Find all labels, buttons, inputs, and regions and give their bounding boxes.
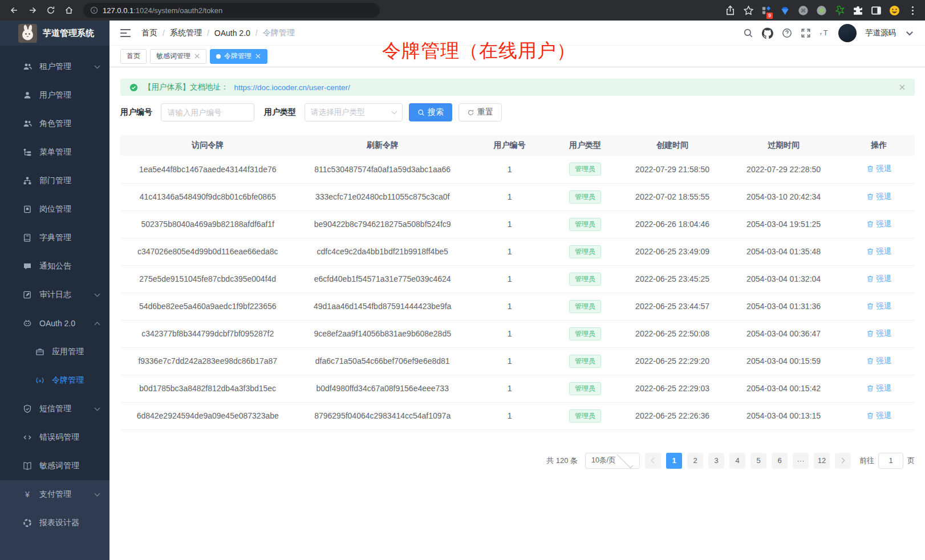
breadcrumb-item[interactable]: 系统管理 bbox=[170, 28, 202, 38]
sidebar-item-oauth2[interactable]: OAuth 2.0 bbox=[0, 309, 109, 338]
force-logout-link[interactable]: 强退 bbox=[866, 164, 891, 174]
sidebar-item-sensitive-word[interactable]: 敏感词管理 bbox=[0, 452, 109, 480]
search-button[interactable]: 搜索 bbox=[409, 103, 452, 121]
record-icon[interactable] bbox=[816, 5, 827, 16]
next-page-button[interactable] bbox=[835, 453, 851, 469]
user-type-label: 用户类型 bbox=[264, 107, 296, 117]
dots-icon[interactable] bbox=[907, 5, 918, 16]
sidebar-toggle-icon[interactable] bbox=[120, 28, 131, 38]
tab-token[interactable]: 令牌管理 bbox=[210, 49, 267, 64]
sidebar-item-label: 令牌管理 bbox=[52, 375, 84, 385]
force-logout-link[interactable]: 强退 bbox=[866, 301, 891, 311]
prev-page-button[interactable] bbox=[645, 453, 661, 469]
report-icon bbox=[23, 518, 32, 527]
token-icon: a bbox=[35, 376, 44, 385]
force-logout-link[interactable]: 强退 bbox=[866, 219, 891, 229]
reload-icon[interactable] bbox=[43, 3, 58, 18]
extensions-icon[interactable]: 9 bbox=[761, 5, 772, 16]
sidebar-item-report-designer[interactable]: 报表设计器 bbox=[0, 509, 109, 537]
user-type-select[interactable]: 请选择用户类型 bbox=[305, 103, 403, 121]
action-cell: 强退 bbox=[843, 156, 915, 183]
force-logout-link[interactable]: 强退 bbox=[866, 383, 891, 393]
forward-icon[interactable] bbox=[25, 3, 40, 18]
table-cell: e6cfd40eb1f54571a31e775e039c4624 bbox=[295, 265, 469, 293]
emoji-icon[interactable] bbox=[889, 5, 900, 16]
sidebar-item-tenant[interactable]: 租户管理 bbox=[0, 52, 109, 81]
page-button-12[interactable]: 12 bbox=[814, 453, 830, 469]
success-check-icon bbox=[129, 83, 138, 92]
search-icon[interactable] bbox=[743, 28, 753, 38]
star-icon[interactable] bbox=[743, 5, 754, 16]
svg-text:т: т bbox=[819, 31, 822, 36]
sidebar-item-notice[interactable]: 通知公告 bbox=[0, 252, 109, 281]
app-logo-row[interactable]: 芋道管理系统 bbox=[0, 21, 109, 46]
sidebar-item-dict[interactable]: 字典管理 bbox=[0, 224, 109, 252]
command-icon[interactable]: ⌘ bbox=[798, 5, 809, 16]
reset-button[interactable]: 重置 bbox=[459, 103, 502, 121]
force-logout-link[interactable]: 强退 bbox=[866, 356, 891, 366]
address-bar[interactable]: 127.0.0.1:1024/system/oauth2/token bbox=[83, 3, 380, 18]
goto-page-input[interactable] bbox=[878, 453, 903, 469]
force-logout-link[interactable]: 强退 bbox=[866, 192, 891, 202]
sidebar-item-label: 角色管理 bbox=[39, 119, 71, 129]
force-logout-link[interactable]: 强退 bbox=[866, 246, 891, 257]
puzzle-icon[interactable] bbox=[853, 5, 863, 16]
user-name[interactable]: 芋道源码 bbox=[865, 28, 896, 38]
sidebar-item-menu[interactable]: 菜单管理 bbox=[0, 138, 109, 167]
sidebar-item-role[interactable]: 角色管理 bbox=[0, 109, 109, 138]
page-button-2[interactable]: 2 bbox=[687, 453, 703, 469]
trash-icon bbox=[866, 357, 874, 365]
tab-close-icon[interactable] bbox=[255, 53, 261, 59]
side-panel-icon[interactable] bbox=[871, 5, 882, 16]
force-logout-link[interactable]: 强退 bbox=[866, 274, 891, 284]
tab-close-icon[interactable] bbox=[194, 53, 200, 59]
github-icon[interactable] bbox=[762, 27, 773, 39]
home-icon[interactable] bbox=[62, 3, 76, 18]
page-button-4[interactable]: 4 bbox=[729, 453, 745, 469]
more-pages-button[interactable]: ··· bbox=[793, 453, 809, 469]
sidebar-item-sms[interactable]: 短信管理 bbox=[0, 395, 109, 423]
tab-home[interactable]: 首页 bbox=[120, 49, 147, 64]
user-type-tag: 管理员 bbox=[569, 163, 601, 176]
doc-link[interactable]: https://doc.iocoder.cn/user-center/ bbox=[234, 83, 350, 92]
page-button-6[interactable]: 6 bbox=[772, 453, 788, 469]
page-button-5[interactable]: 5 bbox=[750, 453, 766, 469]
page-size-select[interactable]: 10条/页 bbox=[585, 453, 640, 469]
sidebar-item-label: 短信管理 bbox=[39, 404, 71, 414]
sidebar: 芋道管理系统 租户管理用户管理角色管理菜单管理部门管理岗位管理字典管理通知公告审… bbox=[0, 21, 109, 560]
page-button-3[interactable]: 3 bbox=[708, 453, 724, 469]
sidebar-item-pay[interactable]: ¥支付管理 bbox=[0, 480, 109, 509]
sidebar-item-error-code[interactable]: 错误码管理 bbox=[0, 423, 109, 452]
action-cell: 强退 bbox=[843, 210, 915, 238]
help-icon[interactable] bbox=[782, 28, 792, 38]
table-cell: 2022-07-29 21:58:50 bbox=[621, 156, 724, 183]
alert-close-icon[interactable] bbox=[899, 84, 906, 91]
back-icon[interactable] bbox=[7, 3, 22, 18]
breadcrumb-item[interactable]: OAuth 2.0 bbox=[214, 29, 250, 38]
fullscreen-icon[interactable] bbox=[801, 28, 811, 38]
user-menu-caret-icon[interactable] bbox=[904, 28, 915, 38]
sidebar-item-oauth2-app[interactable]: 应用管理 bbox=[0, 338, 109, 366]
user-type-tag: 管理员 bbox=[569, 355, 601, 368]
breadcrumb-item[interactable]: 首页 bbox=[141, 28, 157, 38]
user-id-input[interactable] bbox=[161, 103, 254, 121]
font-size-icon[interactable]: тT bbox=[819, 28, 830, 38]
browser-chrome: 127.0.0.1:1024/system/oauth2/token 9⌘ bbox=[0, 0, 925, 21]
table-cell: 2022-06-25 23:44:57 bbox=[621, 293, 724, 320]
user-avatar[interactable] bbox=[838, 24, 857, 42]
table-row: 502375b8040a469a9b82188afdf6af1fbe90422b… bbox=[120, 210, 915, 238]
pagination: 共 120 条 10条/页 123456···12 前往 页 bbox=[120, 453, 915, 469]
force-logout-link[interactable]: 强退 bbox=[866, 411, 891, 421]
site-info-icon[interactable] bbox=[90, 6, 98, 14]
sidebar-item-dept[interactable]: 部门管理 bbox=[0, 167, 109, 195]
tab-sensitive-word[interactable]: 敏感词管理 bbox=[150, 49, 206, 64]
gem-icon[interactable] bbox=[780, 5, 790, 16]
sidebar-item-oauth2-token[interactable]: a令牌管理 bbox=[0, 366, 109, 395]
force-logout-link[interactable]: 强退 bbox=[866, 328, 891, 339]
sidebar-item-user[interactable]: 用户管理 bbox=[0, 81, 109, 109]
green-star-icon[interactable] bbox=[834, 5, 845, 16]
share-icon[interactable] bbox=[725, 5, 736, 16]
page-button-1[interactable]: 1 bbox=[666, 453, 682, 469]
sidebar-item-post[interactable]: 岗位管理 bbox=[0, 195, 109, 224]
sidebar-item-audit-log[interactable]: 审计日志 bbox=[0, 281, 109, 309]
